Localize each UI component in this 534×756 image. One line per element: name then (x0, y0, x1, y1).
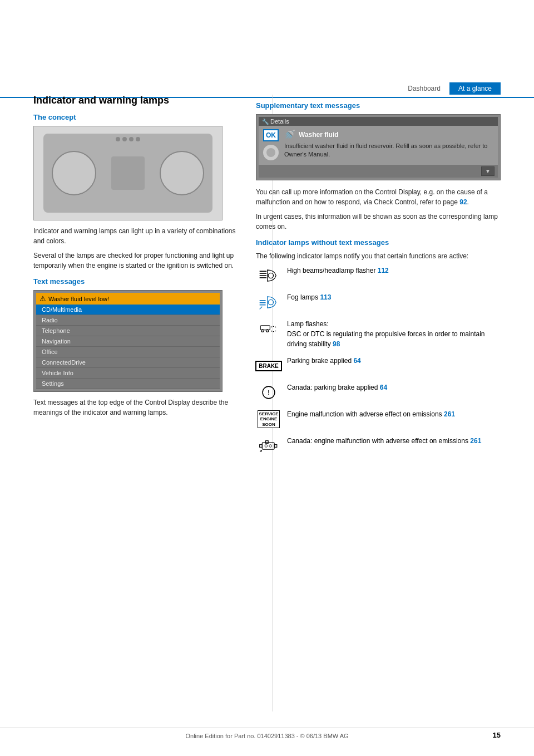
svg-rect-18 (266, 441, 269, 444)
supp-body2: In urgent cases, this information will b… (256, 212, 501, 232)
lamp-page-ref[interactable]: 64 (380, 384, 387, 391)
ok-badge: OK (263, 129, 279, 141)
nav-at-a-glance[interactable]: At a glance (449, 82, 501, 95)
svg-point-5 (268, 300, 273, 305)
warning-text: Washer fluid level low! (48, 296, 109, 302)
lamp-text-brake: Parking brake applied 64 (287, 356, 501, 366)
lamp-page-ref[interactable]: 98 (333, 340, 340, 348)
svg-point-20 (269, 445, 272, 448)
page-number: 15 (493, 731, 501, 739)
dashboard-inner (43, 134, 212, 213)
control-display: ⚠ Washer fluid level low! CD/Multimedia … (33, 290, 222, 392)
menu-navigation[interactable]: Navigation (36, 336, 220, 347)
canada-brake-icon: ! (256, 382, 281, 402)
lamp-page-ref[interactable]: 112 (378, 267, 389, 274)
lamp-row-brake: BRAKE Parking brake applied 64 (256, 356, 501, 376)
lamp-row-dsc: Lamp flashes:DSC or DTC is regulating th… (256, 319, 501, 349)
dash-icon (116, 137, 120, 141)
lamp-row-fog: Fog lamps 113 (256, 292, 501, 312)
page-title: Indicator and warning lamps (33, 95, 239, 106)
svg-rect-10 (260, 326, 270, 330)
svg-rect-17 (260, 445, 263, 448)
svg-point-19 (265, 445, 268, 448)
dash-icon (129, 137, 134, 141)
dash-icon (122, 137, 127, 141)
menu-connected-drive[interactable]: ConnectedDrive (36, 357, 220, 368)
brake-badge: BRAKE (255, 361, 282, 371)
speedometer-icon (52, 151, 96, 195)
washer-fluid-body: Insufficient washer fluid in fluid reser… (284, 142, 495, 159)
indicator-intro: The following indicator lamps notify you… (256, 251, 501, 261)
menu-telephone[interactable]: Telephone (36, 326, 220, 336)
high-beam-icon (256, 266, 281, 286)
page-ref-92[interactable]: 92 (459, 198, 467, 206)
svg-line-9 (260, 307, 263, 310)
nav-dashboard[interactable]: Dashboard (399, 82, 449, 95)
lamp-text-canada-engine: Canada: engine malfunction with adverse … (287, 436, 501, 446)
svg-text:!: ! (268, 389, 270, 396)
lamp-description: Parking brake applied (287, 357, 352, 365)
lamp-page-ref[interactable]: 113 (320, 293, 331, 301)
supp-footer-btn[interactable]: ▼ (481, 166, 495, 176)
brake-icon: BRAKE (256, 356, 281, 376)
menu-settings[interactable]: Settings (36, 379, 220, 389)
concept-body2: Several of the lamps are checked for pro… (33, 251, 239, 271)
concept-body1: Indicator and warning lamps can light up… (33, 226, 239, 246)
lamp-row-canada-engine: Canada: engine malfunction with adverse … (256, 436, 501, 456)
lamp-row-high-beam: High beams/headlamp flasher 112 (256, 266, 501, 286)
dash-icons-row (116, 137, 140, 141)
lamp-page-ref[interactable]: 64 (353, 357, 360, 365)
washer-fluid-title: Washer fluid (299, 131, 339, 139)
main-content: Indicator and warning lamps The concept … (33, 95, 501, 723)
lamp-text-high-beam: High beams/headlamp flasher 112 (287, 266, 501, 276)
lamp-row-canada-brake: ! Canada: parking brake applied 64 (256, 382, 501, 402)
lamp-text-canada-brake: Canada: parking brake applied 64 (287, 382, 501, 392)
supp-text-block: 🚿 Washer fluid Insufficient washer fluid… (284, 129, 495, 159)
warning-row: ⚠ Washer fluid level low! (36, 293, 220, 305)
supp-header-row: 🚿 Washer fluid (284, 129, 495, 140)
fog-lamp-icon (256, 292, 281, 312)
lamp-description: Canada: parking brake applied (287, 384, 378, 391)
right-column: Supplementary text messages 🔧 Details OK… (256, 95, 501, 723)
svg-point-4 (268, 273, 273, 278)
dsc-icon (256, 319, 281, 339)
copyright-text: Online Edition for Part no. 01402911383 … (185, 733, 348, 739)
lamp-row-service: SERVICEENGINESOON Engine malfunction wit… (256, 409, 501, 429)
supp-body1: You can call up more information on the … (256, 187, 501, 207)
supp-display-title: 🔧 Details (259, 117, 498, 126)
svg-rect-16 (274, 445, 277, 448)
service-engine-icon: SERVICEENGINESOON (256, 409, 281, 429)
supp-display: 🔧 Details OK 🚿 Washer fluid Insufficient… (256, 114, 501, 180)
washer-fluid-icon: 🚿 (284, 129, 295, 140)
lamp-description: Lamp flashes:DSC or DTC is regulating th… (287, 320, 485, 348)
details-label: Details (270, 118, 289, 125)
lamp-text-service: Engine malfunction with adverse effect o… (287, 409, 501, 419)
lamp-text-dsc: Lamp flashes:DSC or DTC is regulating th… (287, 319, 501, 349)
dash-icon (136, 137, 140, 141)
menu-radio[interactable]: Radio (36, 315, 220, 326)
lamp-description: Canada: engine malfunction with adverse … (287, 437, 468, 445)
supp-display-body: OK 🚿 Washer fluid Insufficient washer fl… (259, 126, 498, 165)
supp-left-panel: OK (262, 129, 280, 161)
menu-cd-multimedia[interactable]: CD/Multimedia (36, 305, 220, 315)
lamp-text-fog: Fog lamps 113 (287, 292, 501, 302)
supp-body1-text: You can call up more information on the … (256, 188, 488, 206)
page-footer: Online Edition for Part no. 01402911383 … (0, 728, 534, 739)
lamp-page-ref[interactable]: 261 (470, 437, 481, 445)
center-display-icon (111, 156, 145, 190)
warning-triangle-icon: ⚠ (39, 294, 46, 303)
lamp-page-ref[interactable]: 261 (444, 410, 455, 418)
canada-engine-icon (256, 436, 281, 456)
supp-subtitle: Supplementary text messages (256, 101, 501, 110)
left-column: Indicator and warning lamps The concept … (33, 95, 239, 723)
menu-vehicle-info[interactable]: Vehicle Info (36, 368, 220, 379)
service-badge: SERVICEENGINESOON (258, 410, 280, 429)
concept-subtitle: The concept (33, 113, 239, 121)
lamp-description: High beams/headlamp flasher (287, 267, 375, 274)
lamp-description: Engine malfunction with adverse effect o… (287, 410, 442, 418)
text-messages-body: Text messages at the top edge of the Con… (33, 397, 239, 418)
menu-office[interactable]: Office (36, 347, 220, 357)
supp-display-footer: ▼ (259, 165, 498, 178)
inner-circle (266, 148, 275, 157)
indicator-subtitle: Indicator lamps without text messages (256, 238, 501, 247)
